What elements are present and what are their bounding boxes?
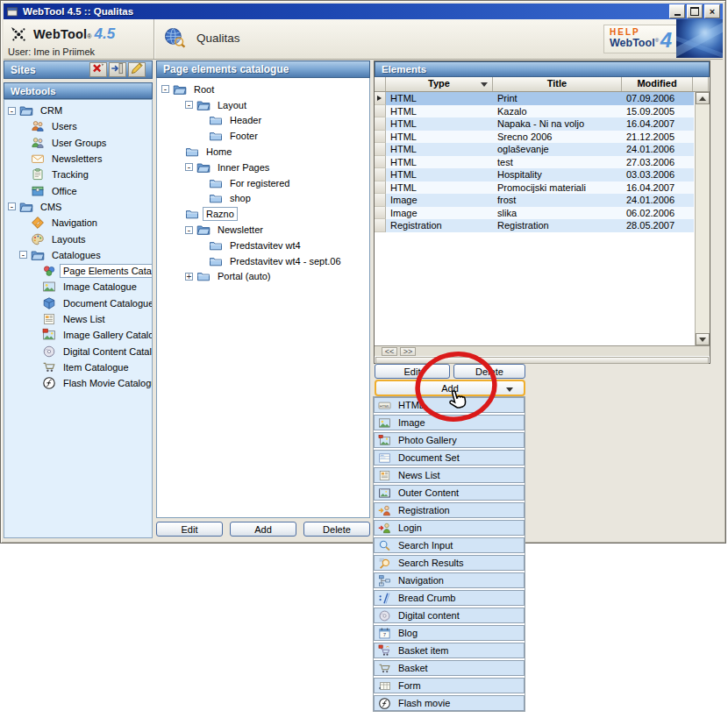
menu-item-document-set[interactable]: Document Set [374, 450, 525, 466]
table-row[interactable]: HTML Napaka - Ni na voljo 16.04.2007 [375, 117, 694, 131]
table-row[interactable]: HTML oglaševanje 24.01.2006 [375, 143, 694, 156]
horizontal-scrollbar[interactable] [375, 357, 709, 364]
menu-item-search-results[interactable]: Search Results [374, 555, 525, 571]
row-selector[interactable] [375, 219, 386, 232]
menu-item-news-list[interactable]: News List [374, 467, 525, 483]
tree-item-root[interactable]: - Root [157, 82, 369, 97]
menu-item-flash-movie[interactable]: Flash movie [374, 695, 525, 711]
menu-item-blog[interactable]: 7 Blog [374, 625, 525, 641]
row-selector[interactable] [375, 143, 386, 156]
tree-item-portal-auto[interactable]: + Portal (auto) [157, 269, 369, 285]
maximize-button[interactable] [687, 4, 703, 18]
table-row[interactable]: HTML Hospitality 03.03.2006 [375, 168, 694, 181]
tree-item-crm[interactable]: - CRM [4, 103, 152, 118]
tree-item-newsletter[interactable]: - Newsletter [157, 222, 369, 238]
tree-item-for-registered[interactable]: For registered [157, 175, 369, 191]
table-row[interactable]: HTML Srecno 2006 21.12.2005 [375, 131, 694, 144]
elements-add-button[interactable]: Add [375, 380, 525, 396]
tree-item-layout[interactable]: - Layout [157, 97, 369, 113]
row-selector[interactable] [375, 131, 386, 144]
tree-item-cms[interactable]: - CMS [4, 199, 152, 215]
tree-expander-icon[interactable]: - [19, 251, 27, 259]
tree-item-footer[interactable]: Footer [157, 128, 369, 144]
switch-site-button[interactable] [109, 62, 126, 77]
catalogue-delete-button[interactable]: Delete [303, 522, 370, 537]
table-row[interactable]: Image slika 06.02.2006 [375, 207, 694, 220]
edit-site-button[interactable] [128, 62, 146, 77]
menu-item-outer-content[interactable]: Outer Content [374, 485, 525, 501]
elements-edit-button[interactable]: Edit [375, 364, 450, 379]
page-prev-button[interactable]: << [382, 347, 397, 356]
tree-item-office[interactable]: Office [4, 182, 152, 198]
help-badge[interactable]: HELP WebTool® 4 [603, 25, 677, 53]
tree-expander-icon[interactable]: - [185, 163, 193, 171]
table-row[interactable]: HTML Promocijski materiali 16.04.2007 [375, 181, 694, 195]
tree-item-home[interactable]: Home [157, 144, 369, 160]
menu-item-navigation[interactable]: Navigation [374, 572, 525, 588]
tree-expander-icon[interactable]: - [185, 226, 193, 234]
catalogue-edit-button[interactable]: Edit [156, 522, 223, 537]
tree-item-navigation[interactable]: Navigation [4, 215, 152, 231]
tree-item-newsletters[interactable]: Newsletters [4, 151, 152, 167]
tree-item-inner-pages[interactable]: - Inner Pages [157, 160, 369, 175]
catalogue-add-button[interactable]: Add [230, 522, 296, 537]
menu-item-basket[interactable]: Basket [374, 660, 525, 676]
scroll-down-button[interactable] [696, 333, 710, 345]
menu-item-form[interactable]: Form [374, 678, 525, 693]
vertical-scrollbar[interactable] [695, 92, 710, 345]
grid-header-title[interactable]: Title [493, 77, 622, 91]
tree-item-flash-movie-catalogue[interactable]: Flash Movie Catalogue [4, 375, 152, 391]
row-selector[interactable] [375, 194, 386, 207]
tree-expander-icon[interactable]: - [185, 101, 193, 109]
title-bar[interactable]: WebTool 4.5 :: Qualitas × [4, 4, 723, 19]
elements-delete-button[interactable]: Delete [453, 364, 525, 379]
menu-item-digital-content[interactable]: Digital content [374, 608, 525, 623]
tree-item-shop[interactable]: shop [157, 191, 369, 207]
delete-site-button[interactable] [89, 62, 107, 77]
tree-item-catalogues[interactable]: - Catalogues [4, 247, 152, 263]
menu-item-image[interactable]: Image [374, 415, 525, 430]
close-button[interactable]: × [704, 4, 720, 18]
scrollbar-track[interactable] [696, 104, 710, 333]
tree-item-users[interactable]: Users [4, 118, 152, 134]
tree-item-page-elements-catalogue[interactable]: Page Elements Catalogue [4, 263, 152, 279]
page-next-button[interactable]: >> [400, 347, 416, 356]
tree-item-item-catalogue[interactable]: Item Catalogue [4, 359, 152, 375]
row-selector[interactable] [375, 207, 386, 220]
row-selector[interactable] [375, 156, 386, 169]
tree-item-predstavitev-wt4-sept-06[interactable]: Predstavitev wt4 - sept.06 [157, 253, 369, 269]
minimize-button[interactable] [669, 4, 685, 18]
row-selector[interactable] [375, 117, 386, 131]
menu-item-login[interactable]: Login [374, 520, 525, 536]
menu-item-bread-crumb[interactable]: Bread Crumb [374, 590, 525, 606]
tree-expander-icon[interactable]: + [185, 273, 193, 281]
tree-item-news-list[interactable]: News List [4, 311, 152, 327]
tree-item-image-catalogue[interactable]: Image Catalogue [4, 279, 152, 295]
row-selector[interactable] [375, 105, 386, 118]
tree-item-document-catalogue[interactable]: Document Catalogue [4, 295, 152, 311]
grid-header-modified[interactable]: Modified [622, 77, 693, 91]
menu-item-basket-item[interactable]: Basket item [374, 643, 525, 658]
menu-item-registration[interactable]: Registration [374, 502, 525, 518]
menu-item-photo-gallery[interactable]: Photo Gallery [374, 432, 525, 448]
grid-header-type[interactable]: Type [386, 77, 493, 91]
tree-item-predstavitev-wt4[interactable]: Predstavitev wt4 [157, 238, 369, 253]
menu-item-search-input[interactable]: Search Input [374, 537, 525, 553]
tree-expander-icon[interactable]: - [8, 203, 16, 210]
tree-item-layouts[interactable]: Layouts [4, 231, 152, 246]
row-selector[interactable] [375, 92, 386, 105]
menu-item-html[interactable]: HTML HTML [374, 397, 525, 413]
tree-item-tracking[interactable]: Tracking [4, 167, 152, 182]
scroll-up-button[interactable] [696, 92, 710, 104]
tree-item-user-groups[interactable]: User Groups [4, 135, 152, 151]
table-row[interactable]: HTML Kazalo 15.09.2005 [375, 105, 694, 118]
tree-item-digital-content-catalogue[interactable]: Digital Content Catalogue [4, 343, 152, 359]
tree-item-razno[interactable]: Razno [157, 206, 369, 222]
table-row[interactable]: HTML Print 07.09.2006 [375, 92, 694, 105]
table-row[interactable]: Registration Registration 28.05.2007 [375, 219, 694, 232]
table-row[interactable]: HTML test 27.03.2006 [375, 156, 694, 169]
tree-item-header[interactable]: Header [157, 113, 369, 129]
table-row[interactable]: Image frost 24.01.2006 [375, 194, 694, 207]
row-selector[interactable] [375, 181, 386, 195]
tree-expander-icon[interactable]: - [8, 107, 16, 115]
